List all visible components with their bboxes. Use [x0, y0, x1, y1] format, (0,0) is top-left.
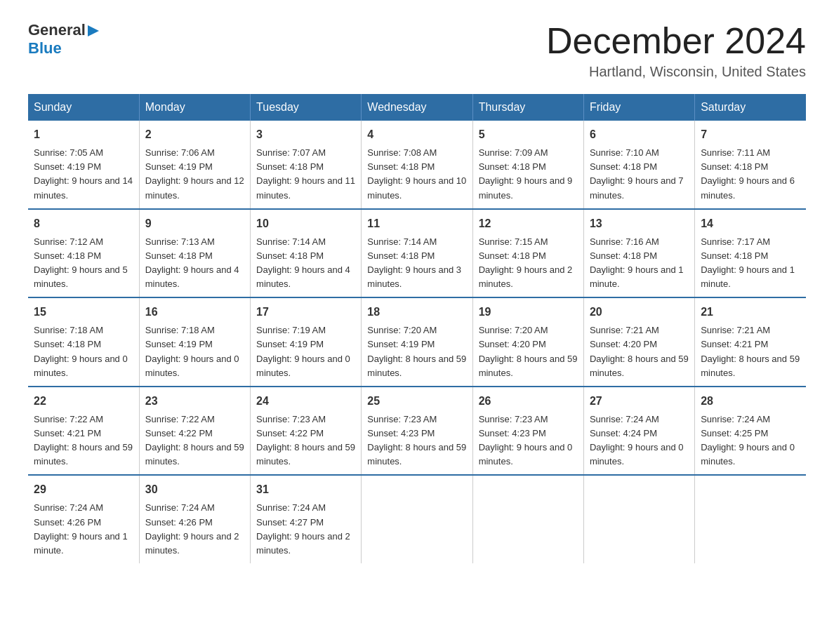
day-number: 12: [479, 215, 578, 232]
logo: General Blue: [28, 21, 102, 58]
day-info: Sunrise: 7:24 AMSunset: 4:26 PMDaylight:…: [145, 502, 239, 555]
day-info: Sunrise: 7:07 AMSunset: 4:18 PMDaylight:…: [256, 147, 355, 200]
location: Hartland, Wisconsin, United States: [546, 64, 806, 80]
calendar-cell: [472, 475, 583, 563]
calendar-cell: 22Sunrise: 7:22 AMSunset: 4:21 PMDayligh…: [28, 387, 139, 476]
day-number: 21: [701, 304, 800, 321]
calendar-cell: 2Sunrise: 7:06 AMSunset: 4:19 PMDaylight…: [139, 121, 250, 209]
calendar-week-row: 22Sunrise: 7:22 AMSunset: 4:21 PMDayligh…: [28, 387, 806, 476]
day-info: Sunrise: 7:08 AMSunset: 4:18 PMDaylight:…: [367, 147, 466, 200]
calendar-cell: 15Sunrise: 7:18 AMSunset: 4:18 PMDayligh…: [28, 297, 139, 387]
calendar-cell: 12Sunrise: 7:15 AMSunset: 4:18 PMDayligh…: [472, 209, 583, 298]
calendar-cell: 14Sunrise: 7:17 AMSunset: 4:18 PMDayligh…: [695, 209, 806, 298]
calendar-cell: 26Sunrise: 7:23 AMSunset: 4:23 PMDayligh…: [472, 387, 583, 476]
calendar-week-row: 8Sunrise: 7:12 AMSunset: 4:18 PMDaylight…: [28, 209, 806, 298]
day-info: Sunrise: 7:22 AMSunset: 4:21 PMDaylight:…: [34, 414, 133, 467]
day-number: 13: [590, 215, 689, 232]
day-info: Sunrise: 7:16 AMSunset: 4:18 PMDaylight:…: [590, 236, 684, 289]
calendar-week-row: 1Sunrise: 7:05 AMSunset: 4:19 PMDaylight…: [28, 121, 806, 209]
calendar-week-row: 29Sunrise: 7:24 AMSunset: 4:26 PMDayligh…: [28, 475, 806, 563]
day-number: 24: [256, 393, 355, 410]
day-number: 25: [367, 393, 466, 410]
page-header: General Blue December 2024 Hartland, Wis…: [28, 21, 806, 80]
svg-marker-0: [88, 25, 99, 36]
calendar-table: Sunday Monday Tuesday Wednesday Thursday…: [28, 94, 806, 563]
calendar-cell: 6Sunrise: 7:10 AMSunset: 4:18 PMDaylight…: [583, 121, 694, 209]
day-number: 23: [145, 393, 244, 410]
calendar-cell: [695, 475, 806, 563]
calendar-cell: 20Sunrise: 7:21 AMSunset: 4:20 PMDayligh…: [583, 297, 694, 387]
day-info: Sunrise: 7:24 AMSunset: 4:24 PMDaylight:…: [590, 414, 684, 467]
day-number: 4: [367, 126, 466, 143]
day-info: Sunrise: 7:21 AMSunset: 4:20 PMDaylight:…: [590, 325, 689, 377]
calendar-header-row: Sunday Monday Tuesday Wednesday Thursday…: [28, 94, 806, 121]
calendar-cell: 17Sunrise: 7:19 AMSunset: 4:19 PMDayligh…: [251, 297, 362, 387]
day-info: Sunrise: 7:18 AMSunset: 4:19 PMDaylight:…: [145, 325, 239, 377]
day-info: Sunrise: 7:21 AMSunset: 4:21 PMDaylight:…: [701, 325, 800, 377]
calendar-cell: 27Sunrise: 7:24 AMSunset: 4:24 PMDayligh…: [583, 387, 694, 476]
day-info: Sunrise: 7:23 AMSunset: 4:22 PMDaylight:…: [256, 414, 355, 467]
calendar-cell: 9Sunrise: 7:13 AMSunset: 4:18 PMDaylight…: [139, 209, 250, 298]
day-info: Sunrise: 7:17 AMSunset: 4:18 PMDaylight:…: [701, 236, 795, 289]
day-number: 15: [34, 304, 133, 321]
day-info: Sunrise: 7:23 AMSunset: 4:23 PMDaylight:…: [479, 414, 573, 467]
calendar-cell: 29Sunrise: 7:24 AMSunset: 4:26 PMDayligh…: [28, 475, 139, 563]
calendar-cell: 8Sunrise: 7:12 AMSunset: 4:18 PMDaylight…: [28, 209, 139, 298]
day-number: 27: [590, 393, 689, 410]
day-info: Sunrise: 7:23 AMSunset: 4:23 PMDaylight:…: [367, 414, 466, 467]
day-info: Sunrise: 7:20 AMSunset: 4:20 PMDaylight:…: [479, 325, 578, 377]
day-number: 20: [590, 304, 689, 321]
col-friday: Friday: [583, 94, 694, 121]
day-info: Sunrise: 7:24 AMSunset: 4:27 PMDaylight:…: [256, 502, 350, 555]
col-tuesday: Tuesday: [251, 94, 362, 121]
day-number: 5: [479, 126, 578, 143]
day-info: Sunrise: 7:14 AMSunset: 4:18 PMDaylight:…: [367, 236, 461, 289]
day-number: 30: [145, 481, 244, 498]
month-title: December 2024: [546, 21, 806, 61]
calendar-cell: 13Sunrise: 7:16 AMSunset: 4:18 PMDayligh…: [583, 209, 694, 298]
calendar-cell: 18Sunrise: 7:20 AMSunset: 4:19 PMDayligh…: [362, 297, 472, 387]
col-thursday: Thursday: [472, 94, 583, 121]
day-number: 31: [256, 481, 355, 498]
calendar-cell: 16Sunrise: 7:18 AMSunset: 4:19 PMDayligh…: [139, 297, 250, 387]
day-info: Sunrise: 7:12 AMSunset: 4:18 PMDaylight:…: [34, 236, 128, 289]
calendar-cell: 25Sunrise: 7:23 AMSunset: 4:23 PMDayligh…: [362, 387, 472, 476]
col-sunday: Sunday: [28, 94, 139, 121]
calendar-cell: 31Sunrise: 7:24 AMSunset: 4:27 PMDayligh…: [251, 475, 362, 563]
day-number: 16: [145, 304, 244, 321]
col-wednesday: Wednesday: [362, 94, 472, 121]
logo-general: General: [28, 21, 86, 39]
day-info: Sunrise: 7:22 AMSunset: 4:22 PMDaylight:…: [145, 414, 244, 467]
calendar-cell: 3Sunrise: 7:07 AMSunset: 4:18 PMDaylight…: [251, 121, 362, 209]
col-monday: Monday: [139, 94, 250, 121]
logo-blue: Blue: [28, 39, 62, 57]
calendar-cell: 30Sunrise: 7:24 AMSunset: 4:26 PMDayligh…: [139, 475, 250, 563]
day-info: Sunrise: 7:18 AMSunset: 4:18 PMDaylight:…: [34, 325, 128, 377]
day-number: 22: [34, 393, 133, 410]
calendar-week-row: 15Sunrise: 7:18 AMSunset: 4:18 PMDayligh…: [28, 297, 806, 387]
calendar-cell: 10Sunrise: 7:14 AMSunset: 4:18 PMDayligh…: [251, 209, 362, 298]
day-info: Sunrise: 7:24 AMSunset: 4:26 PMDaylight:…: [34, 502, 128, 555]
day-number: 17: [256, 304, 355, 321]
day-number: 11: [367, 215, 466, 232]
calendar-cell: 24Sunrise: 7:23 AMSunset: 4:22 PMDayligh…: [251, 387, 362, 476]
day-info: Sunrise: 7:15 AMSunset: 4:18 PMDaylight:…: [479, 236, 573, 289]
calendar-cell: 21Sunrise: 7:21 AMSunset: 4:21 PMDayligh…: [695, 297, 806, 387]
calendar-cell: 23Sunrise: 7:22 AMSunset: 4:22 PMDayligh…: [139, 387, 250, 476]
day-info: Sunrise: 7:20 AMSunset: 4:19 PMDaylight:…: [367, 325, 466, 377]
calendar-cell: 7Sunrise: 7:11 AMSunset: 4:18 PMDaylight…: [695, 121, 806, 209]
day-number: 29: [34, 481, 133, 498]
day-number: 8: [34, 215, 133, 232]
day-number: 6: [590, 126, 689, 143]
calendar-cell: 1Sunrise: 7:05 AMSunset: 4:19 PMDaylight…: [28, 121, 139, 209]
day-number: 3: [256, 126, 355, 143]
calendar-cell: 4Sunrise: 7:08 AMSunset: 4:18 PMDaylight…: [362, 121, 472, 209]
day-number: 9: [145, 215, 244, 232]
title-section: December 2024 Hartland, Wisconsin, Unite…: [546, 21, 806, 80]
col-saturday: Saturday: [695, 94, 806, 121]
day-info: Sunrise: 7:11 AMSunset: 4:18 PMDaylight:…: [701, 147, 795, 200]
day-info: Sunrise: 7:10 AMSunset: 4:18 PMDaylight:…: [590, 147, 684, 200]
calendar-cell: 11Sunrise: 7:14 AMSunset: 4:18 PMDayligh…: [362, 209, 472, 298]
day-number: 18: [367, 304, 466, 321]
day-number: 7: [701, 126, 800, 143]
